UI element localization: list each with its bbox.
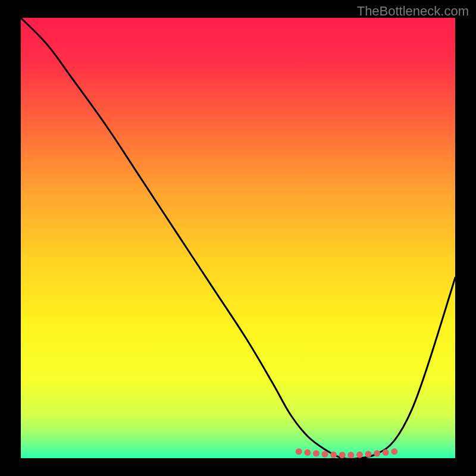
- accent-dot: [330, 452, 337, 458]
- accent-dot: [296, 448, 302, 455]
- chart-frame: TheBottleneck.com: [0, 0, 476, 476]
- attribution-label: TheBottleneck.com: [357, 4, 469, 19]
- accent-dot: [347, 452, 354, 458]
- accent-dot: [365, 451, 372, 458]
- accent-dot: [383, 449, 389, 456]
- accent-dot: [374, 450, 380, 457]
- plot-background: [21, 18, 455, 458]
- accent-dot: [391, 448, 397, 455]
- accent-dot: [313, 450, 320, 457]
- accent-dot: [356, 452, 363, 458]
- bottleneck-chart: [0, 0, 476, 476]
- accent-dot: [322, 451, 328, 458]
- accent-dot: [339, 452, 346, 458]
- accent-dot: [304, 449, 311, 456]
